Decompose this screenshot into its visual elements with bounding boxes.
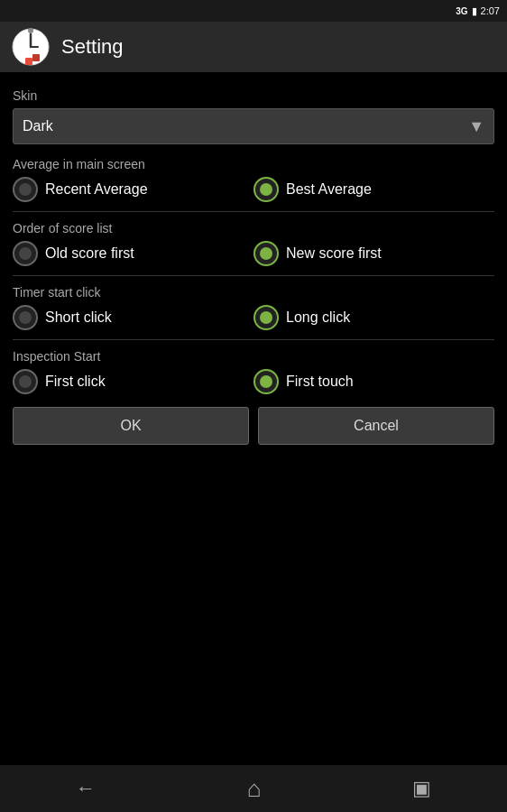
recent-average-radio[interactable] bbox=[13, 177, 38, 202]
dropdown-arrow-icon: ▼ bbox=[468, 117, 484, 136]
time-display: 2:07 bbox=[481, 5, 500, 16]
timer-section-label: Timer start click bbox=[13, 285, 494, 300]
old-score-radio[interactable] bbox=[13, 241, 38, 266]
first-click-option[interactable]: First click bbox=[13, 369, 254, 394]
status-bar: 3G ▮ 2:07 bbox=[0, 0, 507, 22]
settings-content: Skin Dark ▼ Average in main screen Recen… bbox=[0, 72, 507, 454]
average-section-label: Average in main screen bbox=[13, 157, 494, 171]
first-click-radio[interactable] bbox=[13, 369, 38, 394]
skin-label: Skin bbox=[13, 88, 494, 103]
short-click-option[interactable]: Short click bbox=[13, 305, 254, 330]
cancel-button[interactable]: Cancel bbox=[258, 407, 494, 445]
first-touch-option[interactable]: First touch bbox=[254, 369, 494, 394]
divider-3 bbox=[13, 339, 494, 340]
back-nav-icon[interactable]: ← bbox=[76, 777, 96, 800]
old-score-option[interactable]: Old score first bbox=[13, 241, 254, 266]
svg-rect-5 bbox=[25, 58, 32, 65]
old-score-label: Old score first bbox=[45, 245, 134, 262]
inspection-radio-group: First click First touch bbox=[13, 369, 494, 394]
signal-icon: 3G bbox=[456, 6, 467, 16]
new-score-radio[interactable] bbox=[254, 241, 279, 266]
action-buttons: OK Cancel bbox=[13, 407, 494, 445]
short-click-radio[interactable] bbox=[13, 305, 38, 330]
skin-value: Dark bbox=[23, 118, 468, 134]
home-nav-icon[interactable]: ⌂ bbox=[247, 775, 262, 803]
first-click-label: First click bbox=[45, 374, 106, 390]
timer-radio-group: Short click Long click bbox=[13, 305, 494, 330]
page-title: Setting bbox=[61, 35, 124, 59]
recents-nav-icon[interactable]: ▣ bbox=[412, 777, 431, 800]
divider-1 bbox=[13, 211, 494, 212]
divider-2 bbox=[13, 275, 494, 276]
best-average-radio[interactable] bbox=[254, 177, 279, 202]
first-touch-radio[interactable] bbox=[254, 369, 279, 394]
best-average-option[interactable]: Best Average bbox=[254, 177, 494, 202]
long-click-radio[interactable] bbox=[254, 305, 279, 330]
svg-point-3 bbox=[28, 28, 33, 33]
recent-average-label: Recent Average bbox=[45, 181, 148, 198]
new-score-label: New score first bbox=[286, 245, 382, 262]
best-average-label: Best Average bbox=[286, 181, 372, 198]
new-score-option[interactable]: New score first bbox=[254, 241, 494, 266]
long-click-label: Long click bbox=[286, 309, 350, 326]
short-click-label: Short click bbox=[45, 309, 112, 326]
first-touch-label: First touch bbox=[286, 374, 354, 390]
order-section-label: Order of score list bbox=[13, 221, 494, 235]
recent-average-option[interactable]: Recent Average bbox=[13, 177, 254, 202]
order-radio-group: Old score first New score first bbox=[13, 241, 494, 266]
long-click-option[interactable]: Long click bbox=[254, 305, 494, 330]
bottom-nav: ← ⌂ ▣ bbox=[0, 765, 507, 812]
battery-icon: ▮ bbox=[472, 5, 477, 17]
status-icons: 3G ▮ 2:07 bbox=[456, 5, 500, 17]
svg-rect-4 bbox=[32, 54, 40, 61]
inspection-section-label: Inspection Start bbox=[13, 349, 494, 364]
app-icon bbox=[11, 27, 51, 67]
title-bar: Setting bbox=[0, 22, 507, 72]
ok-button[interactable]: OK bbox=[13, 407, 249, 445]
average-radio-group: Recent Average Best Average bbox=[13, 177, 494, 202]
skin-dropdown[interactable]: Dark ▼ bbox=[13, 108, 494, 144]
